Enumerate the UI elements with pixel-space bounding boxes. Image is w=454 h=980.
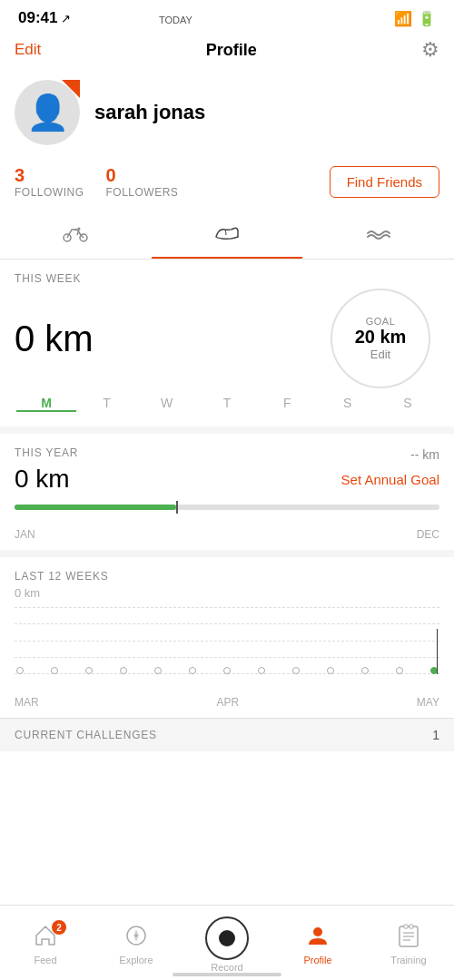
nav-item-feed[interactable]: 2 Feed: [0, 913, 91, 976]
challenges-label: CURRENT CHALLENGES: [15, 729, 157, 741]
following-label: FOLLOWING: [15, 186, 84, 199]
bar-label-jan: JAN: [15, 528, 35, 541]
status-time: 09:41: [18, 9, 57, 27]
svg-point-2: [78, 228, 81, 230]
edit-button[interactable]: Edit: [15, 41, 41, 59]
set-annual-goal-button[interactable]: Set Annual Goal: [341, 472, 439, 487]
following-stat: 3 FOLLOWING: [15, 165, 84, 199]
shoe-icon: [213, 222, 241, 248]
dash-line-3: [15, 641, 439, 642]
day-F: F: [257, 396, 317, 412]
nav-item-explore[interactable]: Explore: [91, 913, 182, 976]
person-icon: 👤: [26, 93, 69, 132]
chart-dot-7: [223, 667, 231, 674]
chart-dot-11: [361, 667, 369, 674]
swim-icon: [365, 222, 392, 248]
day-S1: S: [317, 396, 377, 412]
location-arrow-icon: ↗: [61, 12, 71, 25]
chart-dot-8: [258, 667, 265, 674]
nav-item-training[interactable]: Training: [363, 913, 454, 976]
current-challenges-section[interactable]: CURRENT CHALLENGES 1: [0, 718, 454, 751]
last12-distance: 0 km: [15, 586, 439, 600]
last12-label: LAST 12 WEEKS: [15, 570, 439, 583]
bottom-nav: 2 Feed Explore Record Profile: [0, 905, 454, 980]
activity-tabs: [0, 211, 454, 260]
chart-dot-10: [327, 667, 334, 674]
feed-badge: 2: [52, 920, 66, 935]
section-divider-1: [0, 426, 454, 434]
chart-dot-3: [85, 667, 93, 674]
week-row: 0 km GOAL 20 km Edit: [15, 289, 439, 388]
nav-item-profile[interactable]: Profile: [272, 913, 363, 976]
tab-swimming[interactable]: [302, 211, 454, 259]
chart-dot-1: [16, 667, 24, 674]
tab-running[interactable]: [152, 211, 303, 259]
week-distance: 0 km: [15, 318, 94, 359]
chart-area: [15, 607, 439, 689]
profile-icon: [306, 924, 330, 953]
home-icon: 2: [34, 924, 57, 953]
record-label: Record: [211, 962, 242, 973]
chart-month-labels: MAR APR MAY: [15, 694, 439, 710]
section-divider-2: [0, 550, 454, 557]
year-bar-labels: JAN DEC: [15, 528, 439, 550]
record-inner: [219, 930, 235, 946]
day-row: M T W T F S S: [16, 388, 438, 419]
nav-item-record[interactable]: Record: [182, 913, 272, 976]
day-T2: T: [197, 396, 257, 412]
chart-dashes: [15, 607, 439, 674]
day-M: M: [16, 396, 76, 412]
tab-cycling[interactable]: [0, 211, 152, 259]
month-mar: MAR: [15, 696, 39, 709]
stats-row: 3 FOLLOWING 0 FOLLOWERS Find Friends: [0, 158, 454, 211]
profile-name: sarah jonas: [94, 101, 205, 124]
challenges-count: 1: [432, 728, 439, 742]
compass-icon: [124, 924, 148, 953]
chart-dot-2: [51, 667, 58, 674]
goal-label: GOAL: [366, 316, 396, 327]
dash-line-1: [15, 607, 439, 608]
following-count: 3: [15, 165, 84, 186]
status-icons: 📶 🔋: [394, 10, 436, 27]
gear-icon[interactable]: ⚙: [421, 38, 439, 62]
chart-dot-9: [292, 667, 300, 674]
profile-label: Profile: [303, 955, 331, 965]
year-km: -- km: [410, 447, 439, 462]
wifi-icon: 📶: [394, 10, 412, 27]
dash-line-4: [15, 657, 439, 658]
year-bar-fill: [15, 505, 176, 510]
day-T1: T: [76, 396, 136, 412]
followers-count: 0: [106, 165, 179, 186]
chart-end-line: [437, 629, 439, 674]
dash-line-2: [15, 623, 439, 624]
cycling-icon: [63, 222, 88, 248]
chart-dots: [15, 667, 439, 674]
bar-label-dec: DEC: [417, 528, 439, 541]
day-W: W: [137, 396, 197, 412]
find-friends-button[interactable]: Find Friends: [330, 166, 439, 198]
home-indicator: [173, 973, 281, 976]
record-button[interactable]: [205, 916, 249, 960]
goal-edit-button[interactable]: Edit: [370, 348, 390, 361]
chart-dot-12: [396, 667, 403, 674]
header: Edit Profile ⚙: [0, 33, 454, 71]
year-progress-bar: [15, 505, 439, 510]
this-year-label: THIS YEAR: [15, 446, 78, 459]
this-year-section: THIS YEAR -- km 0 km Set Annual Goal TOD…: [0, 434, 454, 550]
bottom-spacer: [0, 751, 454, 833]
day-S2: S: [378, 396, 438, 412]
chart-dot-5: [154, 667, 162, 674]
svg-point-6: [135, 935, 138, 937]
battery-icon: 🔋: [418, 10, 436, 27]
followers-label: FOLLOWERS: [106, 186, 179, 199]
goal-circle: GOAL 20 km Edit: [331, 289, 430, 388]
feed-label: Feed: [34, 955, 56, 965]
avatar-container: 👤: [15, 80, 80, 145]
year-bar-marker: [176, 501, 178, 514]
month-may: MAY: [417, 696, 439, 709]
training-label: Training: [390, 955, 426, 965]
explore-label: Explore: [119, 955, 153, 965]
last12-weeks-section: LAST 12 WEEKS 0 km MAR AP: [0, 557, 454, 718]
month-apr: APR: [216, 696, 239, 709]
today-label: TODAY: [159, 15, 192, 25]
